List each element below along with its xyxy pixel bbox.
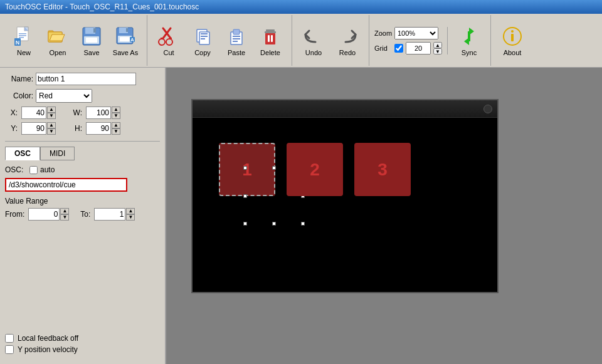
copy-icon	[191, 25, 214, 48]
local-feedback-checkbox[interactable]	[5, 334, 14, 343]
osc-auto-checkbox[interactable]	[29, 166, 38, 174]
canvas-area[interactable]: 1 2	[166, 68, 602, 364]
svg-rect-50	[511, 34, 514, 41]
delete-button[interactable]: Delete	[254, 18, 287, 63]
paste-button[interactable]: Paste	[220, 18, 253, 63]
redo-button[interactable]: Redo	[331, 18, 364, 63]
device-screen: 1 2	[191, 99, 499, 293]
device-button-3[interactable]: 3	[354, 143, 411, 196]
color-select[interactable]: Red Green Blue Yellow Purple Orange Gray	[36, 89, 92, 103]
device-button-1-label: 1	[242, 160, 252, 180]
h-input[interactable]	[86, 122, 111, 135]
x-spinner: ▲ ▼	[21, 107, 56, 119]
x-input[interactable]	[21, 107, 46, 119]
device-content: 1 2	[193, 118, 497, 292]
svg-rect-4	[19, 35, 26, 36]
to-down-btn[interactable]: ▼	[126, 214, 135, 221]
osc-auto-label: auto	[40, 165, 55, 174]
grid-label: Grid	[374, 44, 392, 52]
y-position-checkbox[interactable]	[5, 345, 14, 354]
svg-rect-43	[268, 35, 270, 42]
y-input[interactable]	[21, 122, 46, 135]
color-row: Color: Red Green Blue Yellow Purple Oran…	[5, 89, 160, 103]
to-up-btn[interactable]: ▲	[126, 208, 135, 214]
save-button[interactable]: Save	[75, 18, 108, 63]
edit-toolbar-group: Cut Copy	[147, 15, 292, 66]
new-label: New	[17, 49, 31, 56]
to-label: To:	[80, 210, 90, 219]
svg-point-27	[166, 39, 172, 45]
handle-bottom-left[interactable]	[243, 222, 247, 226]
svg-text:N: N	[16, 39, 20, 46]
undo-button[interactable]: Undo	[297, 18, 330, 63]
properties-panel: Name: Color: Red Green Blue Yellow Purpl…	[0, 68, 166, 364]
about-icon	[501, 25, 524, 48]
y-position-label: Y position velocity	[18, 345, 78, 354]
paste-label: Paste	[228, 49, 245, 56]
save-as-button[interactable]: A Save As	[109, 18, 142, 63]
grid-down-btn[interactable]: ▼	[433, 48, 442, 55]
x-down-btn[interactable]: ▼	[47, 113, 56, 119]
h-up-btn[interactable]: ▲	[112, 122, 120, 128]
new-button[interactable]: N New	[8, 18, 40, 63]
undo-icon	[302, 25, 325, 48]
handle-bottom-right[interactable]	[301, 222, 305, 226]
device-title-bar	[193, 100, 497, 118]
y-label: Y:	[5, 124, 18, 133]
zoom-grid-group: Zoom 100% 75% 150% Grid ▲ ▼	[369, 27, 448, 55]
from-down-btn[interactable]: ▼	[60, 214, 69, 221]
svg-rect-36	[233, 29, 240, 34]
osc-path-input[interactable]	[5, 178, 127, 192]
undo-label: Undo	[305, 49, 322, 56]
handle-bottom-mid[interactable]	[272, 222, 276, 226]
svg-rect-39	[233, 41, 238, 42]
to-input[interactable]	[94, 208, 125, 221]
grid-up-btn[interactable]: ▲	[433, 42, 442, 48]
grid-checkbox[interactable]	[394, 44, 403, 53]
device-button-2[interactable]: 2	[287, 143, 343, 196]
cut-icon	[157, 25, 180, 48]
device-button-3-label: 3	[378, 160, 388, 180]
device-home-button[interactable]	[483, 105, 492, 113]
about-button[interactable]: About	[496, 18, 529, 63]
sync-button[interactable]: Sync	[453, 18, 485, 63]
history-toolbar-group: Undo Redo	[292, 15, 369, 66]
x-label: X:	[5, 108, 18, 117]
zoom-select[interactable]: 100% 75% 150%	[394, 27, 438, 39]
save-label: Save	[83, 49, 99, 56]
save-icon	[80, 25, 103, 48]
osc-label: OSC:	[5, 165, 27, 174]
grid-spinner[interactable]: ▲ ▼	[433, 42, 442, 55]
name-label: Name:	[5, 75, 33, 83]
from-input[interactable]	[28, 208, 60, 221]
svg-rect-44	[271, 35, 273, 42]
handle-top-mid[interactable]	[272, 166, 276, 170]
y-up-btn[interactable]: ▲	[47, 122, 56, 128]
name-input[interactable]	[36, 73, 136, 85]
w-down-btn[interactable]: ▼	[112, 113, 120, 119]
tab-midi[interactable]: MIDI	[40, 147, 75, 160]
from-label: From:	[5, 210, 24, 219]
grid-input[interactable]	[406, 42, 431, 55]
delete-label: Delete	[260, 49, 280, 56]
x-up-btn[interactable]: ▲	[47, 107, 56, 113]
copy-button[interactable]: Copy	[186, 18, 219, 63]
from-up-btn[interactable]: ▲	[60, 208, 69, 214]
w-up-btn[interactable]: ▲	[112, 107, 120, 113]
y-down-btn[interactable]: ▼	[47, 128, 56, 135]
from-spinner: ▲ ▼	[28, 208, 69, 221]
y-spinner: ▲ ▼	[21, 122, 56, 135]
handle-mid-left[interactable]	[243, 194, 247, 198]
svg-rect-41	[265, 31, 276, 33]
svg-rect-21	[120, 37, 130, 41]
w-input[interactable]	[86, 107, 111, 119]
cut-button[interactable]: Cut	[152, 18, 185, 63]
open-button[interactable]: Open	[41, 18, 74, 63]
main-area: Name: Color: Red Green Blue Yellow Purpl…	[0, 68, 602, 364]
device-button-1[interactable]: 1	[219, 143, 275, 196]
device-button-2-label: 2	[310, 160, 320, 180]
h-spinner: ▲ ▼	[86, 122, 120, 135]
local-feedback-label: Local feedback off	[18, 334, 78, 343]
tab-osc[interactable]: OSC	[5, 147, 40, 160]
h-down-btn[interactable]: ▼	[112, 128, 120, 135]
